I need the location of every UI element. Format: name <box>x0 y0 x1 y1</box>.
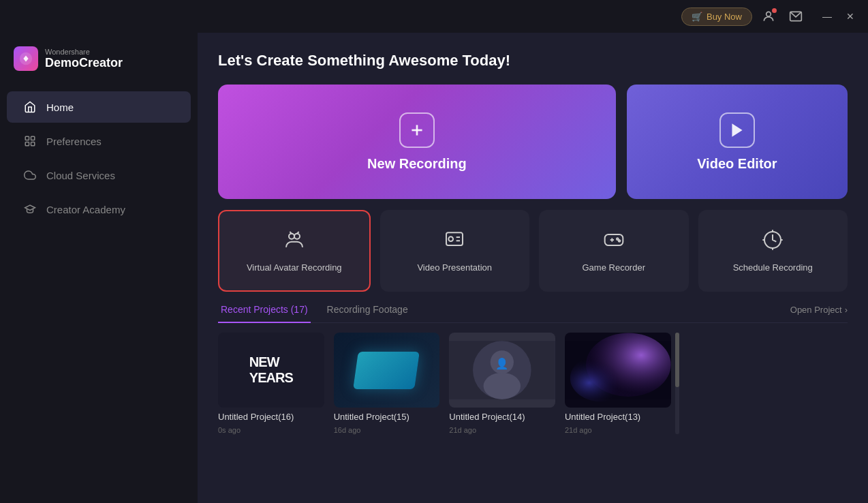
tab-recent-projects[interactable]: Recent Projects (17) <box>218 304 311 323</box>
game-recorder-label: Game Recorder <box>583 262 645 273</box>
close-button[interactable]: ✕ <box>841 7 860 26</box>
svg-rect-6 <box>31 142 35 146</box>
svg-point-18 <box>618 240 620 242</box>
svg-point-13 <box>449 237 454 241</box>
project-grid: NEWYEARS Untitled Project(16) 0s ago Unt… <box>218 333 671 434</box>
svg-point-10 <box>289 234 294 239</box>
sidebar-item-preferences[interactable]: Preferences <box>7 125 191 157</box>
account-icon-button[interactable] <box>758 5 779 27</box>
sidebar-item-cloud-services[interactable]: Cloud Services <box>7 159 191 191</box>
logo-top: Wondershare <box>45 48 123 56</box>
game-recorder-icon <box>603 229 625 256</box>
virtual-avatar-label: Virtual Avatar Recording <box>247 262 342 273</box>
project-name-13: Untitled Project(13) <box>565 412 671 422</box>
svg-rect-5 <box>25 142 29 146</box>
sidebar: Wondershare DemoCreator Home Preferences… <box>0 33 198 503</box>
project-time-16: 0s ago <box>218 426 324 434</box>
logo-icon <box>14 46 38 71</box>
svg-point-17 <box>617 238 619 240</box>
preferences-icon <box>23 134 37 148</box>
sidebar-item-home[interactable]: Home <box>7 91 191 123</box>
project-time-15: 16d ago <box>334 426 440 434</box>
cloud-icon <box>23 168 37 182</box>
buy-now-label: Buy Now <box>707 12 742 22</box>
svg-point-0 <box>766 12 771 16</box>
project-name-15: Untitled Project(15) <box>334 412 440 422</box>
svg-point-11 <box>294 234 300 239</box>
home-icon <box>23 100 37 114</box>
academy-icon <box>23 202 37 216</box>
svg-point-27 <box>570 354 634 402</box>
sidebar-preferences-label: Preferences <box>46 136 102 147</box>
svg-rect-3 <box>25 136 29 140</box>
project-thumb-15 <box>334 333 440 408</box>
video-presentation-card[interactable]: Video Presentation <box>380 210 530 292</box>
mail-icon-button[interactable] <box>785 5 807 27</box>
video-editor-label: Video Editor <box>697 156 777 172</box>
video-editor-icon <box>719 112 755 148</box>
sidebar-cloud-label: Cloud Services <box>46 170 115 181</box>
app-body: Wondershare DemoCreator Home Preferences… <box>0 33 868 503</box>
window-controls: — ✕ <box>818 7 860 26</box>
open-project-button[interactable]: Open Project › <box>790 305 848 322</box>
logo-area: Wondershare DemoCreator <box>0 46 198 90</box>
logo-bottom: DemoCreator <box>45 56 123 70</box>
recent-tabs: Recent Projects (17) Recording Footage O… <box>218 304 848 323</box>
buy-now-button[interactable]: 🛒 Buy Now <box>681 7 752 26</box>
new-recording-icon <box>399 112 435 148</box>
logo-text: Wondershare DemoCreator <box>45 48 123 70</box>
notification-badge <box>772 8 777 13</box>
main-content: Let's Create Something Awesome Today! Ne… <box>198 33 868 503</box>
cart-icon: 🛒 <box>692 12 702 22</box>
recent-section: Recent Projects (17) Recording Footage O… <box>218 304 848 489</box>
title-bar: 🛒 Buy Now — ✕ <box>0 0 868 33</box>
tab-recording-footage[interactable]: Recording Footage <box>324 304 411 323</box>
svg-text:👤: 👤 <box>496 357 510 370</box>
new-recording-label: New Recording <box>367 156 467 172</box>
feature-cards: Virtual Avatar Recording Video Presentat… <box>218 210 848 292</box>
project-card-15[interactable]: Untitled Project(15) 16d ago <box>334 333 440 434</box>
sidebar-home-label: Home <box>46 102 74 113</box>
video-editor-card[interactable]: Video Editor <box>627 85 848 199</box>
chevron-right-icon: › <box>845 305 848 315</box>
video-presentation-label: Video Presentation <box>417 262 492 273</box>
project-thumb-13 <box>565 333 671 408</box>
new-recording-card[interactable]: New Recording <box>218 85 616 199</box>
scrollbar-thumb[interactable] <box>675 333 679 387</box>
svg-point-23 <box>484 373 521 399</box>
sidebar-academy-label: Creator Academy <box>46 204 125 215</box>
project-card-13[interactable]: Untitled Project(13) 21d ago <box>565 333 671 434</box>
game-recorder-card[interactable]: Game Recorder <box>539 210 689 292</box>
svg-rect-4 <box>31 136 35 140</box>
project-thumb-16: NEWYEARS <box>218 333 324 408</box>
project-card-14[interactable]: 👤 Untitled Project(14) 21d ago <box>449 333 555 434</box>
minimize-button[interactable]: — <box>818 7 837 26</box>
project-name-16: Untitled Project(16) <box>218 412 324 422</box>
schedule-recording-icon <box>762 229 784 256</box>
video-presentation-icon <box>444 229 465 256</box>
hero-cards: New Recording Video Editor <box>218 85 848 199</box>
virtual-avatar-card[interactable]: Virtual Avatar Recording <box>218 210 371 292</box>
svg-marker-9 <box>732 123 742 137</box>
virtual-avatar-icon <box>283 229 305 256</box>
project-thumb-14: 👤 <box>449 333 555 408</box>
project-name-14: Untitled Project(14) <box>449 412 555 422</box>
sidebar-item-creator-academy[interactable]: Creator Academy <box>7 194 191 225</box>
schedule-recording-label: Schedule Recording <box>733 262 813 273</box>
project-card-16[interactable]: NEWYEARS Untitled Project(16) 0s ago <box>218 333 324 434</box>
scrollbar-track[interactable] <box>675 333 679 434</box>
schedule-recording-card[interactable]: Schedule Recording <box>698 210 848 292</box>
project-time-14: 21d ago <box>449 426 555 434</box>
page-title: Let's Create Something Awesome Today! <box>218 52 848 70</box>
project-time-13: 21d ago <box>565 426 671 434</box>
